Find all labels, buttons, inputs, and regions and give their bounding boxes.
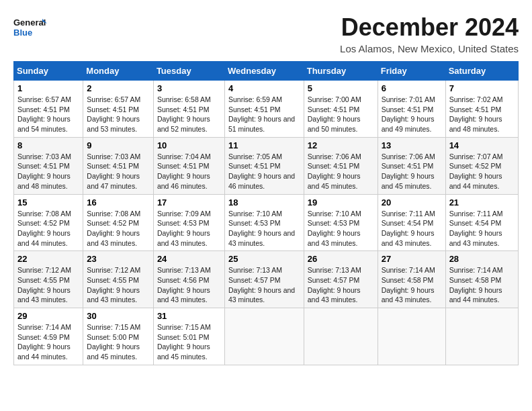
- calendar-cell: [378, 308, 445, 365]
- column-header-monday: Monday: [83, 62, 154, 81]
- logo: General Blue: [13, 13, 47, 44]
- day-number: 10: [157, 140, 221, 150]
- calendar-cell: 7 Sunrise: 7:02 AMSunset: 4:51 PMDayligh…: [445, 81, 518, 138]
- calendar-cell: 14 Sunrise: 7:07 AMSunset: 4:52 PMDaylig…: [445, 137, 518, 194]
- calendar-cell: 30 Sunrise: 7:15 AMSunset: 5:00 PMDaylig…: [83, 308, 154, 365]
- day-number: 18: [228, 197, 300, 208]
- day-number: 15: [17, 197, 79, 208]
- header-row: SundayMondayTuesdayWednesdayThursdayFrid…: [14, 62, 519, 81]
- cell-content: Sunrise: 7:12 AMSunset: 4:55 PMDaylight:…: [17, 266, 71, 304]
- logo-svg: General Blue: [13, 13, 47, 44]
- column-header-friday: Friday: [378, 62, 445, 81]
- day-number: 27: [382, 254, 442, 264]
- cell-content: Sunrise: 7:03 AMSunset: 4:51 PMDaylight:…: [17, 152, 71, 190]
- day-number: 29: [17, 311, 79, 321]
- day-number: 1: [17, 83, 79, 93]
- cell-content: Sunrise: 7:02 AMSunset: 4:51 PMDaylight:…: [449, 95, 503, 133]
- column-header-tuesday: Tuesday: [153, 62, 224, 81]
- cell-content: Sunrise: 6:58 AMSunset: 4:51 PMDaylight:…: [157, 95, 211, 133]
- day-number: 9: [87, 140, 150, 150]
- calendar-table: SundayMondayTuesdayWednesdayThursdayFrid…: [13, 61, 519, 365]
- cell-content: Sunrise: 7:12 AMSunset: 4:55 PMDaylight:…: [87, 266, 140, 304]
- svg-text:Blue: Blue: [13, 28, 32, 38]
- day-number: 11: [228, 140, 300, 150]
- day-number: 22: [17, 254, 79, 264]
- day-number: 13: [382, 140, 442, 150]
- calendar-cell: 15 Sunrise: 7:08 AMSunset: 4:52 PMDaylig…: [14, 194, 83, 251]
- day-number: 14: [449, 140, 515, 150]
- calendar-cell: 23 Sunrise: 7:12 AMSunset: 4:55 PMDaylig…: [83, 251, 154, 308]
- calendar-cell: 13 Sunrise: 7:06 AMSunset: 4:51 PMDaylig…: [378, 137, 445, 194]
- calendar-cell: 8 Sunrise: 7:03 AMSunset: 4:51 PMDayligh…: [14, 137, 83, 194]
- calendar-cell: 31 Sunrise: 7:15 AMSunset: 5:01 PMDaylig…: [153, 308, 224, 365]
- cell-content: Sunrise: 7:05 AMSunset: 4:51 PMDaylight:…: [228, 152, 295, 190]
- cell-content: Sunrise: 7:13 AMSunset: 4:56 PMDaylight:…: [157, 266, 211, 304]
- day-number: 25: [228, 254, 300, 264]
- week-row-1: 1 Sunrise: 6:57 AMSunset: 4:51 PMDayligh…: [14, 81, 519, 138]
- calendar-cell: 17 Sunrise: 7:09 AMSunset: 4:53 PMDaylig…: [153, 194, 224, 251]
- cell-content: Sunrise: 7:03 AMSunset: 4:51 PMDaylight:…: [87, 152, 140, 190]
- calendar-cell: 29 Sunrise: 7:14 AMSunset: 4:59 PMDaylig…: [14, 308, 83, 365]
- week-row-2: 8 Sunrise: 7:03 AMSunset: 4:51 PMDayligh…: [14, 137, 519, 194]
- calendar-cell: [304, 308, 378, 365]
- day-number: 26: [308, 254, 374, 264]
- cell-content: Sunrise: 7:09 AMSunset: 4:53 PMDaylight:…: [157, 210, 211, 247]
- cell-content: Sunrise: 7:14 AMSunset: 4:58 PMDaylight:…: [382, 266, 435, 304]
- column-header-sunday: Sunday: [14, 62, 83, 81]
- location: Los Alamos, New Mexico, United States: [340, 43, 519, 54]
- week-row-5: 29 Sunrise: 7:14 AMSunset: 4:59 PMDaylig…: [14, 308, 519, 365]
- calendar-cell: 12 Sunrise: 7:06 AMSunset: 4:51 PMDaylig…: [304, 137, 378, 194]
- day-number: 3: [157, 83, 221, 93]
- day-number: 19: [308, 197, 374, 208]
- column-header-wednesday: Wednesday: [224, 62, 304, 81]
- calendar-cell: 27 Sunrise: 7:14 AMSunset: 4:58 PMDaylig…: [378, 251, 445, 308]
- cell-content: Sunrise: 7:15 AMSunset: 5:00 PMDaylight:…: [87, 323, 140, 361]
- calendar-cell: 9 Sunrise: 7:03 AMSunset: 4:51 PMDayligh…: [83, 137, 154, 194]
- calendar-cell: 5 Sunrise: 7:00 AMSunset: 4:51 PMDayligh…: [304, 81, 378, 138]
- week-row-4: 22 Sunrise: 7:12 AMSunset: 4:55 PMDaylig…: [14, 251, 519, 308]
- day-number: 8: [17, 140, 79, 150]
- calendar-cell: 28 Sunrise: 7:14 AMSunset: 4:58 PMDaylig…: [445, 251, 518, 308]
- calendar-cell: 11 Sunrise: 7:05 AMSunset: 4:51 PMDaylig…: [224, 137, 304, 194]
- day-number: 20: [382, 197, 442, 208]
- calendar-cell: 26 Sunrise: 7:13 AMSunset: 4:57 PMDaylig…: [304, 251, 378, 308]
- calendar-cell: 1 Sunrise: 6:57 AMSunset: 4:51 PMDayligh…: [14, 81, 83, 138]
- calendar-cell: 3 Sunrise: 6:58 AMSunset: 4:51 PMDayligh…: [153, 81, 224, 138]
- calendar-cell: 22 Sunrise: 7:12 AMSunset: 4:55 PMDaylig…: [14, 251, 83, 308]
- day-number: 12: [308, 140, 374, 150]
- header: General Blue December 2024 Los Alamos, N…: [13, 13, 519, 54]
- cell-content: Sunrise: 7:04 AMSunset: 4:51 PMDaylight:…: [157, 152, 211, 190]
- day-number: 24: [157, 254, 221, 264]
- day-number: 7: [449, 83, 515, 93]
- calendar-cell: 10 Sunrise: 7:04 AMSunset: 4:51 PMDaylig…: [153, 137, 224, 194]
- calendar-cell: [445, 308, 518, 365]
- day-number: 31: [157, 311, 221, 321]
- cell-content: Sunrise: 7:10 AMSunset: 4:53 PMDaylight:…: [228, 210, 295, 247]
- day-number: 30: [87, 311, 150, 321]
- calendar-cell: 25 Sunrise: 7:13 AMSunset: 4:57 PMDaylig…: [224, 251, 304, 308]
- cell-content: Sunrise: 7:08 AMSunset: 4:52 PMDaylight:…: [17, 210, 71, 247]
- day-number: 5: [308, 83, 374, 93]
- column-header-thursday: Thursday: [304, 62, 378, 81]
- calendar-cell: 6 Sunrise: 7:01 AMSunset: 4:51 PMDayligh…: [378, 81, 445, 138]
- cell-content: Sunrise: 7:14 AMSunset: 4:59 PMDaylight:…: [17, 323, 71, 361]
- cell-content: Sunrise: 6:59 AMSunset: 4:51 PMDaylight:…: [228, 95, 295, 133]
- cell-content: Sunrise: 7:13 AMSunset: 4:57 PMDaylight:…: [308, 266, 361, 304]
- day-number: 4: [228, 83, 300, 93]
- calendar-cell: 21 Sunrise: 7:11 AMSunset: 4:54 PMDaylig…: [445, 194, 518, 251]
- cell-content: Sunrise: 7:07 AMSunset: 4:52 PMDaylight:…: [449, 152, 503, 190]
- day-number: 23: [87, 254, 150, 264]
- title-area: December 2024 Los Alamos, New Mexico, Un…: [340, 13, 519, 54]
- calendar-cell: 4 Sunrise: 6:59 AMSunset: 4:51 PMDayligh…: [224, 81, 304, 138]
- cell-content: Sunrise: 7:08 AMSunset: 4:52 PMDaylight:…: [87, 210, 140, 247]
- cell-content: Sunrise: 7:10 AMSunset: 4:53 PMDaylight:…: [308, 210, 361, 247]
- svg-text:General: General: [13, 17, 46, 28]
- month-title: December 2024: [340, 13, 519, 42]
- week-row-3: 15 Sunrise: 7:08 AMSunset: 4:52 PMDaylig…: [14, 194, 519, 251]
- calendar-cell: 18 Sunrise: 7:10 AMSunset: 4:53 PMDaylig…: [224, 194, 304, 251]
- day-number: 28: [449, 254, 515, 264]
- cell-content: Sunrise: 7:11 AMSunset: 4:54 PMDaylight:…: [382, 210, 435, 247]
- day-number: 2: [87, 83, 150, 93]
- day-number: 6: [382, 83, 442, 93]
- calendar-cell: 24 Sunrise: 7:13 AMSunset: 4:56 PMDaylig…: [153, 251, 224, 308]
